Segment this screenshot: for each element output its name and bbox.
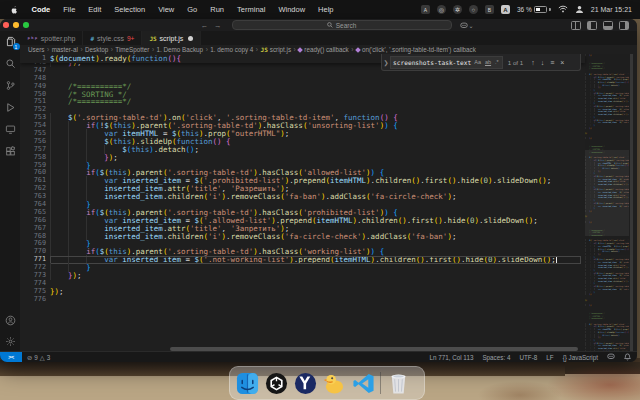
notifications-bell-icon[interactable] <box>624 353 631 362</box>
breadcrumb-item[interactable]: ready() callback <box>298 46 348 53</box>
breadcrumb-item[interactable]: TimeSpotter <box>115 46 149 53</box>
regex-icon[interactable]: .* <box>494 59 500 65</box>
navigate-back-icon[interactable]: ← <box>201 21 209 30</box>
source-control-icon[interactable] <box>4 79 17 92</box>
menu-item-view[interactable]: View <box>152 0 181 19</box>
menubar-clock[interactable]: 21 Mar 15:21 <box>591 6 632 13</box>
breadcrumb-item[interactable]: master-al <box>52 46 78 53</box>
breadcrumb-item[interactable]: JSscript.js <box>261 46 292 53</box>
wifi-icon[interactable] <box>558 5 568 15</box>
menu-item-go[interactable]: Go <box>181 0 204 19</box>
menu-app-name[interactable]: Code <box>25 0 57 19</box>
tab-spotter.php[interactable]: ᵖʰᵖspotter.php <box>20 31 83 45</box>
find-input[interactable]: screenshots-task-text Aa ab .* <box>390 56 503 69</box>
close-window-button[interactable] <box>3 22 9 28</box>
language-mode[interactable]: {} JavaScript <box>563 354 598 361</box>
battery-indicator[interactable]: 36 % <box>517 6 551 14</box>
customize-layout-icon[interactable] <box>571 21 581 30</box>
tab-script.js[interactable]: JSscript.js <box>142 31 201 45</box>
ring-icon[interactable]: ○ <box>469 5 478 14</box>
menu-item-help[interactable]: Help <box>312 0 340 19</box>
apple-menu-icon[interactable] <box>0 5 25 14</box>
code-line[interactable]: var inserted_item = $('.not-working-list… <box>50 256 581 264</box>
search-icon[interactable] <box>4 57 17 70</box>
vertical-scrollbar[interactable] <box>630 54 633 352</box>
code-line[interactable]: inserted_item.children('i').removeClass(… <box>50 193 581 201</box>
find-results-count: 1 of 1 <box>503 59 528 66</box>
line-number[interactable]: 776 <box>20 296 46 304</box>
app-b-icon[interactable]: B <box>485 5 494 14</box>
keyboard-layout-a-icon[interactable]: A <box>501 5 510 14</box>
tab-label: style.css <box>97 35 124 42</box>
toggle-secondary-sidebar-icon[interactable] <box>619 21 629 30</box>
find-toggle-replace-icon[interactable]: ❯ <box>382 59 390 66</box>
whole-word-icon[interactable]: ab <box>484 59 492 65</box>
copilot-menu-button[interactable]: ⌄ <box>460 22 474 29</box>
encoding[interactable]: UTF-8 <box>519 354 537 361</box>
code-line[interactable]: } <box>50 264 581 272</box>
code-line[interactable]: }); <box>50 272 581 280</box>
code-line[interactable] <box>50 296 581 304</box>
remote-explorer-icon[interactable] <box>4 123 17 136</box>
editor-code-area[interactable]: }); /*==========*/ /* SORTING */ /*=====… <box>50 59 581 304</box>
find-in-selection-icon[interactable]: ≡ <box>547 59 557 66</box>
app-a-icon[interactable]: A <box>421 5 430 14</box>
find-previous-icon[interactable]: ↑ <box>528 59 538 66</box>
user-switch-icon[interactable] <box>575 5 584 15</box>
editor-gutter[interactable]: 7467477487497507517527537547557567577587… <box>20 59 46 304</box>
toggle-panel-icon[interactable] <box>603 21 613 30</box>
account-icon[interactable] <box>4 314 17 327</box>
gear-tray-icon[interactable]: ✲ <box>453 5 462 14</box>
finder-icon[interactable] <box>235 371 259 395</box>
swirl-icon[interactable]: ◎ <box>437 5 446 14</box>
menu-item-selection[interactable]: Selection <box>108 0 152 19</box>
explorer-icon[interactable]: 1 <box>4 35 17 48</box>
extensions-icon[interactable] <box>4 145 17 158</box>
problems-indicator[interactable]: ⊘ 9 △ 3 <box>22 354 50 361</box>
match-case-icon[interactable]: Aa <box>473 59 482 65</box>
breadcrumb-item[interactable]: 1. demo copy 4 <box>210 46 253 53</box>
cursor-position[interactable]: Ln 771, Col 113 <box>429 354 473 361</box>
modified-dot-icon[interactable] <box>188 36 193 41</box>
find-next-icon[interactable]: ↓ <box>538 59 548 66</box>
menu-item-edit[interactable]: Edit <box>82 0 108 19</box>
run-debug-icon[interactable] <box>4 101 17 114</box>
code-line[interactable]: }); <box>50 288 581 296</box>
menu-item-run[interactable]: Run <box>204 0 231 19</box>
settings-gear-icon[interactable] <box>4 335 17 348</box>
breadcrumb-item[interactable]: on('click', '.sorting-table-td-item') ca… <box>356 46 476 53</box>
window-titlebar[interactable]: ← → Search ⌄ <box>0 19 637 31</box>
menu-item-window[interactable]: Window <box>272 0 312 19</box>
duck-app-icon[interactable] <box>322 371 346 395</box>
command-center-search[interactable]: Search <box>232 20 452 31</box>
yandex-icon[interactable] <box>293 371 317 395</box>
breadcrumb-item[interactable]: Desktop <box>85 46 108 53</box>
code-line[interactable]: $(this).detach(); <box>50 146 581 154</box>
code-line[interactable] <box>50 280 581 288</box>
breadcrumb-item[interactable]: 1. Demo Backup <box>157 46 204 53</box>
chatgpt-icon[interactable] <box>264 371 288 395</box>
code-line[interactable]: /*==========*/ <box>50 83 581 91</box>
battery-icon <box>534 6 547 14</box>
minimize-window-button[interactable] <box>13 22 19 28</box>
code-line[interactable]: inserted_item.children('i').removeClass(… <box>50 233 581 241</box>
navigate-forward-icon[interactable]: → <box>214 21 222 30</box>
code-line[interactable]: /*==========*/ <box>50 98 581 106</box>
horizontal-scrollbar[interactable] <box>170 347 578 351</box>
zoom-window-button[interactable] <box>23 22 29 28</box>
vscode-icon[interactable] <box>351 371 375 395</box>
minimap-slider[interactable] <box>585 150 629 236</box>
indentation[interactable]: Spaces: 4 <box>482 354 510 361</box>
breadcrumb-item[interactable]: Users <box>28 46 44 53</box>
menu-item-file[interactable]: File <box>57 0 82 19</box>
copilot-status-icon[interactable] <box>607 353 615 361</box>
code-editor[interactable]: 7467477487497507517527537547557567577587… <box>20 54 633 352</box>
eol-sequence[interactable]: LF <box>546 354 553 361</box>
code-line[interactable]: }); <box>50 154 581 162</box>
trash-icon[interactable] <box>386 371 410 395</box>
tab-style.css[interactable]: #style.css9+ <box>83 31 142 45</box>
toggle-primary-sidebar-icon[interactable] <box>587 21 597 30</box>
close-icon[interactable]: × <box>557 59 567 66</box>
menu-item-terminal[interactable]: Terminal <box>231 0 272 19</box>
remote-indicator[interactable]: >< <box>0 352 22 362</box>
